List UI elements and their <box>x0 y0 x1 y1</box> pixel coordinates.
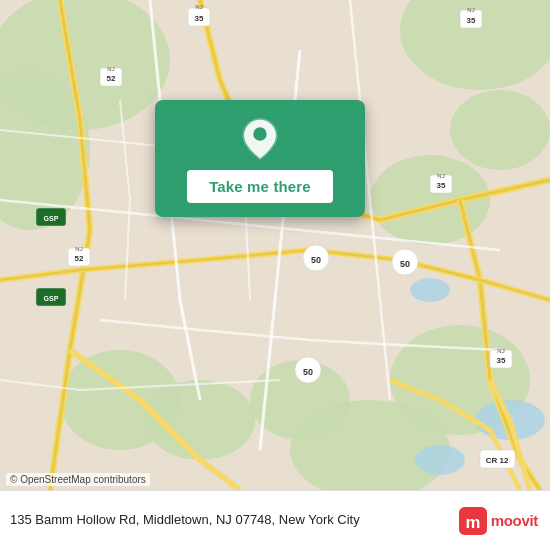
moovit-logo-icon: m <box>459 507 487 535</box>
svg-point-11 <box>410 278 450 302</box>
svg-text:m: m <box>465 512 480 531</box>
map-pin-icon <box>239 118 281 160</box>
svg-text:GSP: GSP <box>44 295 59 302</box>
svg-point-13 <box>415 445 465 475</box>
svg-text:CR 12: CR 12 <box>486 456 509 465</box>
svg-text:NJ: NJ <box>467 7 474 13</box>
take-me-there-button[interactable]: Take me there <box>187 170 333 203</box>
svg-text:35: 35 <box>497 356 506 365</box>
svg-text:NJ: NJ <box>195 4 202 10</box>
svg-text:50: 50 <box>303 367 313 377</box>
osm-attribution: © OpenStreetMap contributors <box>6 473 150 486</box>
svg-text:52: 52 <box>107 74 116 83</box>
attribution-text: © OpenStreetMap contributors <box>10 474 146 485</box>
svg-point-44 <box>253 127 266 140</box>
bottom-bar: 135 Bamm Hollow Rd, Middletown, NJ 07748… <box>0 490 550 550</box>
svg-text:NJ: NJ <box>437 173 444 179</box>
svg-text:35: 35 <box>437 181 446 190</box>
svg-text:35: 35 <box>467 16 476 25</box>
svg-point-4 <box>450 90 550 170</box>
moovit-text: moovit <box>491 512 538 529</box>
svg-text:GSP: GSP <box>44 215 59 222</box>
location-card: Take me there <box>155 100 365 217</box>
address-text: 135 Bamm Hollow Rd, Middletown, NJ 07748… <box>10 511 459 529</box>
svg-text:NJ: NJ <box>75 246 82 252</box>
svg-text:50: 50 <box>311 255 321 265</box>
svg-text:35: 35 <box>195 14 204 23</box>
map-background: 35 NJ 35 NJ 35 NJ 35 NJ 52 NJ 52 NJ 50 5… <box>0 0 550 490</box>
svg-text:NJ: NJ <box>107 66 114 72</box>
svg-text:NJ: NJ <box>497 348 504 354</box>
svg-text:52: 52 <box>75 254 84 263</box>
moovit-logo: m moovit <box>459 507 538 535</box>
map-container: 35 NJ 35 NJ 35 NJ 35 NJ 52 NJ 52 NJ 50 5… <box>0 0 550 490</box>
svg-text:50: 50 <box>400 259 410 269</box>
